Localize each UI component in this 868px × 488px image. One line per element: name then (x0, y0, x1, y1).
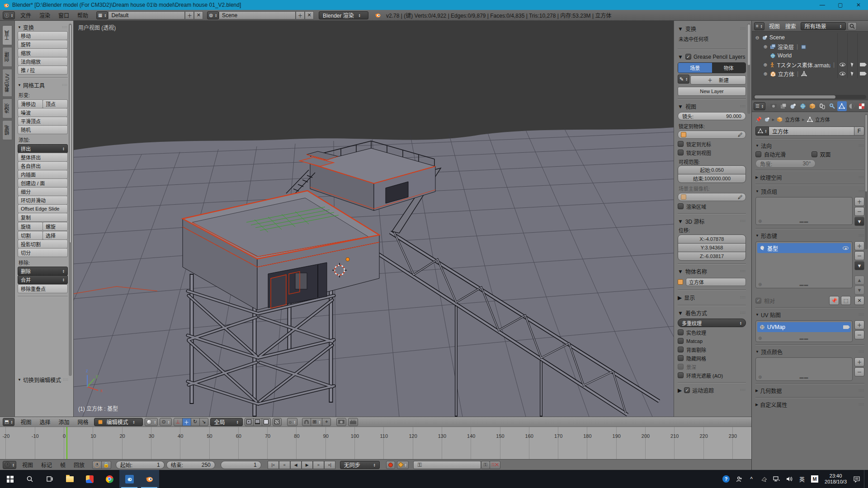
eyedropper-icon[interactable]: 🖉 (738, 132, 743, 137)
clip-end-slider[interactable]: 结束:100000.000 (678, 174, 746, 183)
menubar-menu[interactable]: 文件 (16, 12, 35, 19)
keying-set-field[interactable]: ⚿ (413, 461, 481, 469)
tab-texture[interactable] (857, 101, 866, 111)
volume-tray-icon[interactable] (784, 470, 795, 488)
lock-cursor-checkbox[interactable]: 锁定到光标 (678, 140, 746, 148)
panel-header-grease-pencil[interactable]: ▼✓Grease Pencil Layers (678, 52, 746, 61)
panel-header-geometry-data[interactable]: ▶几何数据∷∷ (755, 386, 864, 395)
menubar-menu[interactable]: 渲染 (35, 12, 54, 19)
vertex-groups-list[interactable]: ⊕▬▬ (755, 197, 853, 225)
pin-icon[interactable]: 📌 (755, 117, 762, 122)
panel-header-shading[interactable]: ▼着色方式∷∷ (678, 308, 746, 318)
editor-type-button[interactable]: ≡▲▼ (754, 22, 764, 30)
panel-header-edit-mode[interactable]: ▼ 切换到编辑模式 ∷∷ (18, 375, 69, 384)
maximize-button[interactable]: ▢ (833, 1, 848, 9)
panel-header-transform[interactable]: ▼ 变换 ∷∷ (18, 23, 68, 32)
tab-object[interactable] (808, 101, 817, 111)
viewport-menu[interactable]: 添加 (54, 419, 73, 426)
toolshelf-scrollbar[interactable] (69, 23, 72, 376)
menubar-menu[interactable]: 帮助 (73, 12, 92, 19)
viewport-menu[interactable]: 网格 (73, 419, 92, 426)
tool-button[interactable]: 环切并滑动 (18, 196, 68, 205)
datablock-name-field[interactable]: 立方体 (769, 127, 854, 136)
breadcrumb-data[interactable]: 立方体 (815, 116, 830, 123)
breadcrumb-object[interactable]: 立方体 (785, 116, 800, 123)
next-keyframe-button[interactable]: » (313, 461, 324, 469)
editor-type-button[interactable]: ▲▼ (3, 461, 16, 469)
orientation-dropdown[interactable]: 全局▲▼ (210, 418, 243, 426)
outliner-row-armature[interactable]: ⊕ Tスタンス素体.armature | (752, 60, 868, 69)
language-indicator[interactable]: 英 (797, 470, 807, 488)
fake-user-button[interactable]: F (854, 127, 864, 136)
hidden-icons-chevron[interactable]: ^ (746, 470, 757, 488)
vertex-colors-list[interactable]: ⊕▬▬ (755, 357, 853, 381)
tab-options[interactable]: 选项 (2, 99, 12, 118)
select-face-button[interactable] (262, 418, 271, 426)
tool-button[interactable]: 创建边 / 面 (18, 178, 68, 188)
layout-delete-button[interactable]: ✕ (194, 11, 203, 19)
opengl-render-anim-button[interactable] (348, 418, 358, 426)
collapse-icon[interactable]: ⊖ (755, 35, 760, 40)
panel-header-motion-tracking[interactable]: ▶✓运动追踪∷∷ (678, 385, 746, 395)
panel-header-transform[interactable]: ▼变换∷∷ (678, 24, 746, 33)
select-edge-button[interactable] (253, 418, 262, 426)
expand-icon[interactable]: ⊕ (763, 71, 768, 76)
panel-header-uv-maps[interactable]: ▼UV 贴图∷∷ (755, 310, 864, 319)
snap-magnet-button[interactable] (302, 418, 311, 426)
sync-dropdown[interactable]: 无同步▲▼ (340, 461, 380, 469)
uvmap-remove-button[interactable]: － (854, 330, 864, 339)
mode-dropdown[interactable]: 编辑模式▲▼ (94, 418, 143, 426)
motion-tracking-checkbox[interactable]: ✓ (684, 386, 690, 394)
editor-type-button[interactable]: ⬒▲▼ (3, 418, 14, 426)
shape-keys-list[interactable]: 基型 ⊕▬▬ (755, 241, 853, 288)
timeline-menu[interactable]: 视图 (18, 462, 37, 469)
shapekey-clear-button[interactable]: ✕ (854, 296, 864, 305)
lens-slider[interactable]: 镜头:90.000 (678, 112, 746, 120)
resize-grip-icon[interactable]: ▬▬ (800, 219, 809, 224)
panel-header-mesh-tools[interactable]: ▼ 网格工具 ∷∷ (18, 80, 68, 89)
extrude-dropdown-button[interactable]: 挤出 ▲▼ (18, 144, 68, 153)
camera-field[interactable]: 🖉 (678, 193, 746, 201)
manipulator-rotate-button[interactable]: ↻ (191, 418, 200, 426)
tool-button[interactable]: 投影切割 (18, 239, 68, 249)
grease-pencil-checkbox[interactable]: ✓ (685, 52, 691, 61)
gp-tab-object[interactable]: 物体 (712, 63, 746, 73)
outliner-menu[interactable]: 搜索 (783, 23, 799, 30)
tool-button[interactable]: 细分 (18, 187, 68, 196)
tool-button[interactable]: 内插面 (18, 170, 68, 179)
help-tray-icon[interactable]: ? (721, 470, 731, 488)
tool-button[interactable]: 各自挤出 (18, 161, 68, 170)
shapekey-specials-button[interactable]: ▼ (854, 261, 864, 270)
viewport-menu[interactable]: 视图 (16, 419, 35, 426)
play-button[interactable]: ▶ (302, 461, 313, 469)
cursor-z-slider[interactable]: Z:-6.03817 (678, 252, 746, 261)
prev-keyframe-button[interactable]: « (279, 461, 290, 469)
shading-checkbox[interactable]: Matcap (678, 337, 746, 345)
frame-end-field[interactable]: 结束:250 (166, 461, 215, 469)
tab-grease-pencil[interactable]: 蜡笔 (2, 120, 12, 140)
taskbar-clock[interactable]: 23:40 2018/10/3 (822, 473, 849, 485)
renderability-icon[interactable] (860, 63, 865, 66)
search-button[interactable] (848, 22, 857, 30)
outliner-scrollbar[interactable] (754, 95, 866, 99)
tool-button[interactable]: 切分 (18, 248, 68, 257)
resize-grip-icon[interactable]: ▬▬ (800, 282, 809, 287)
tool-button[interactable]: 复制 (18, 213, 68, 222)
resize-grip-icon[interactable]: ▬▬ (800, 336, 809, 341)
tab-shading-uv[interactable]: 着色/UV (2, 69, 12, 97)
current-frame-field[interactable]: 1 (221, 461, 261, 469)
expand-icon[interactable]: ⊕ (763, 62, 768, 67)
scene-browse-button[interactable]: ◍▲▼ (207, 11, 219, 19)
timeline-menu[interactable]: 回放 (70, 462, 89, 469)
tab-create[interactable]: 创建 (2, 47, 12, 67)
network-tray-icon[interactable] (771, 470, 782, 488)
shading-dropdown[interactable]: ▲▼ (145, 418, 158, 426)
uv-maps-list[interactable]: UVMap ⊕▬▬ (755, 320, 853, 342)
proportional-edit-dropdown[interactable]: ○▲▼ (287, 418, 298, 426)
cursor-x-slider[interactable]: X:-4.07878 (678, 235, 746, 244)
keyframe-type-dropdown[interactable]: ▲▼ (397, 461, 409, 469)
manipulator-axes-icon[interactable]: ⊥ (174, 418, 183, 426)
tab-world[interactable] (798, 101, 807, 111)
render-camera-icon[interactable] (843, 325, 849, 329)
ao-checkbox[interactable]: 环境光遮蔽 (AO) (678, 371, 746, 380)
